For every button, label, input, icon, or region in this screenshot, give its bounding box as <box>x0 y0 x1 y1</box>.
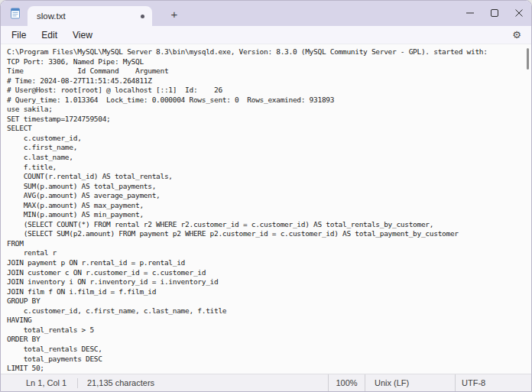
plus-icon: + <box>171 8 178 21</box>
minimize-button[interactable] <box>458 1 482 25</box>
maximize-icon <box>491 9 498 17</box>
line-ending: Unix (LF) <box>365 374 455 391</box>
notepad-window: slow.txt + File Edit View ⚙ C:\Program F… <box>0 0 532 392</box>
editor-line: SUM(p.amount) AS total_payments, <box>7 182 521 192</box>
editor-line: # User@Host: root[root] @ localhost [::1… <box>7 86 521 96</box>
editor-line: HAVING <box>7 316 521 326</box>
character-count: 21,135 characters <box>78 374 154 391</box>
tab-slow-txt[interactable]: slow.txt <box>28 6 152 26</box>
minimize-icon <box>466 9 474 17</box>
editor-line: GROUP BY <box>7 296 521 306</box>
menubar: File Edit View ⚙ <box>1 26 531 44</box>
editor-line: AVG(p.amount) AS average_payment, <box>7 191 521 201</box>
zoom-level: 100% <box>328 374 365 391</box>
editor-line: total_rentals DESC, <box>7 345 521 355</box>
editor-line: C:\Program Files\MySQL\MySQL Server 8.3\… <box>7 47 521 57</box>
menu-view[interactable]: View <box>65 28 100 43</box>
new-tab-button[interactable]: + <box>165 5 183 24</box>
editor-line: c.first_name, <box>7 143 521 153</box>
editor-line: JOIN film f ON i.film_id = f.film_id <box>7 287 521 297</box>
editor-line: JOIN inventory i ON r.inventory_id = i.i… <box>7 277 521 287</box>
editor-line: total_rentals > 5 <box>7 326 521 335</box>
maximize-button[interactable] <box>482 1 507 25</box>
editor-line: TCP Port: 3306, Named Pipe: MySQL <box>7 57 521 67</box>
titlebar[interactable]: slow.txt + <box>1 1 531 26</box>
editor-line: use sakila; <box>7 105 521 115</box>
menu-edit[interactable]: Edit <box>34 28 65 43</box>
close-icon <box>515 9 523 17</box>
statusbar: Ln 1, Col 1 21,135 characters 100% Unix … <box>1 374 531 391</box>
editor-line: (SELECT COUNT(*) FROM rental r2 WHERE r2… <box>7 220 521 230</box>
editor-line: JOIN customer c ON r.customer_id = c.cus… <box>7 268 521 278</box>
editor-line: (SELECT SUM(p2.amount) FROM payment p2 W… <box>7 229 521 239</box>
editor-line: JOIN payment p ON r.rental_id = p.rental… <box>7 258 521 268</box>
editor-line: FROM <box>7 239 521 249</box>
editor-line: SET timestamp=1724759504; <box>7 115 521 125</box>
editor-line: total_payments DESC <box>7 355 521 364</box>
encoding: UTF-8 <box>455 374 531 391</box>
editor-line: rental r <box>7 248 521 258</box>
editor-line: # Query_time: 1.013364 Lock_time: 0.0000… <box>7 96 521 105</box>
editor-line: c.customer_id, c.first_name, c.last_name… <box>7 306 521 316</box>
editor-line: f.title, <box>7 163 521 173</box>
editor-line: MIN(p.amount) AS min_payment, <box>7 210 521 220</box>
editor-line: c.customer_id, <box>7 134 521 144</box>
editor-line: SELECT <box>7 124 521 134</box>
editor-line: # Time: 2024-08-27T11:51:45.264811Z <box>7 76 521 86</box>
settings-gear-icon[interactable]: ⚙ <box>512 28 521 42</box>
editor-lines: C:\Program Files\MySQL\MySQL Server 8.3\… <box>7 47 521 374</box>
tab-label: slow.txt <box>37 11 66 21</box>
close-button[interactable] <box>507 1 531 25</box>
editor-line: Time Id Command Argument <box>7 66 521 76</box>
unsaved-indicator-icon[interactable] <box>141 15 144 18</box>
menu-file[interactable]: File <box>4 28 34 43</box>
text-editor[interactable]: C:\Program Files\MySQL\MySQL Server 8.3\… <box>1 44 531 374</box>
editor-line: LIMIT 50; <box>7 364 521 374</box>
editor-line: c.last_name, <box>7 153 521 163</box>
notepad-app-icon <box>9 7 21 19</box>
editor-line: COUNT(r.rental_id) AS total_rentals, <box>7 172 521 182</box>
cursor-position: Ln 1, Col 1 <box>1 374 77 391</box>
editor-line: MAX(p.amount) AS max_payment, <box>7 201 521 211</box>
vertical-scrollbar[interactable] <box>527 48 529 70</box>
editor-line: ORDER BY <box>7 335 521 345</box>
